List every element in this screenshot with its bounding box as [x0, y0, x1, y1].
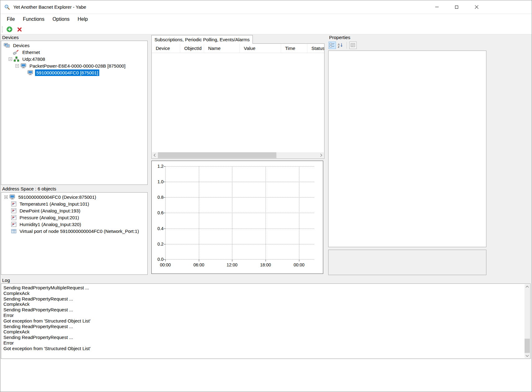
- chevron-up-icon: [526, 286, 529, 289]
- collapse-expander-icon[interactable]: [9, 57, 12, 61]
- log-lines: Sending ReadPropertyMultipleRequest ... …: [1, 284, 530, 351]
- minimize-button[interactable]: [427, 0, 447, 14]
- tree-node-network-port[interactable]: Virtual port of node 5910000000004FC0 (N…: [1, 228, 147, 234]
- close-icon: [475, 5, 479, 9]
- expand-expander-icon[interactable]: [4, 195, 8, 199]
- remove-device-button[interactable]: [16, 25, 24, 33]
- property-pages-button: [349, 42, 357, 49]
- tree-node-analog-input[interactable]: Pressure (Analog_Input:201): [1, 214, 147, 221]
- window-background: [1, 359, 531, 391]
- log-line: Sending ReadPropertyRequest ...: [3, 307, 530, 313]
- column-header-status[interactable]: Status: [307, 44, 324, 53]
- app-magnifier-icon: [4, 4, 10, 10]
- udp-network-icon: [14, 56, 19, 62]
- tab-subscriptions[interactable]: Subscriptions, Periodic Polling, Events/…: [151, 35, 253, 44]
- tree-node-packetpower-device[interactable]: PacketPower-E6E4-0000-0000-028B [875000]: [1, 62, 147, 69]
- maximize-icon: [455, 6, 458, 9]
- log-line: Error: [3, 340, 530, 346]
- scroll-right-arrow[interactable]: [318, 152, 324, 158]
- analog-input-icon: [11, 201, 16, 207]
- tree-node-label: PacketPower-E6E4-0000-0000-028B [875000]: [28, 63, 127, 69]
- minimize-icon: [435, 7, 439, 7]
- svg-text:Z: Z: [338, 45, 339, 48]
- alphabetical-sort-icon: A Z: [338, 43, 343, 48]
- device-monitor-icon: [20, 63, 26, 69]
- maximize-button[interactable]: [447, 0, 467, 14]
- address-space-label: Address Space : 6 objects: [2, 186, 56, 191]
- toolstrip-grip-icon: [2, 26, 3, 33]
- x-tick-label: 12:00: [225, 262, 239, 267]
- log-line: ComplexAck: [3, 301, 530, 307]
- devices-panel-label: Devices: [2, 35, 19, 40]
- tree-node-child-device[interactable]: 5910000000004FC0 [875001]: [1, 69, 147, 76]
- x-tick-label: 18:00: [259, 262, 272, 267]
- scrollbar-thumb[interactable]: [158, 152, 276, 158]
- x-tick-label: 00:00: [159, 262, 172, 267]
- log-line: Sending ReadPropertyRequest ...: [3, 296, 530, 302]
- column-header-device[interactable]: Device: [152, 44, 180, 53]
- menu-help[interactable]: Help: [74, 14, 92, 24]
- tree-node-label: Ethernet: [21, 49, 41, 56]
- device-monitor-icon: [9, 194, 15, 200]
- menu-functions[interactable]: Functions: [19, 14, 48, 24]
- x-tick-label: 06:00: [192, 262, 206, 267]
- scroll-left-arrow[interactable]: [152, 152, 158, 158]
- close-button[interactable]: [467, 0, 486, 14]
- log-textbox[interactable]: Sending ReadPropertyMultipleRequest ... …: [1, 283, 530, 359]
- analog-input-icon: [11, 208, 16, 213]
- tree-node-udp[interactable]: Udp:47808: [1, 56, 147, 62]
- tree-node-label: 5910000000004FC0 (Device:875001): [17, 194, 97, 200]
- alphabetical-sort-button[interactable]: A Z: [337, 42, 344, 49]
- application-window: Yet Another Bacnet Explorer - Yabe File …: [0, 0, 532, 392]
- menu-file[interactable]: File: [3, 14, 19, 24]
- green-plus-icon: [6, 26, 13, 33]
- log-line: ComplexAck: [3, 329, 530, 335]
- scroll-down-arrow[interactable]: [525, 353, 530, 358]
- horizontal-scrollbar[interactable]: [152, 152, 324, 158]
- x-tick-label: 00:00: [292, 262, 306, 267]
- device-monitor-icon: [27, 70, 33, 75]
- address-space-tree[interactable]: 5910000000004FC0 (Device:875001) Tempera…: [1, 192, 148, 275]
- chevron-down-icon: [526, 354, 529, 357]
- column-header-name[interactable]: Name: [204, 44, 240, 53]
- categorized-view-button[interactable]: [329, 42, 336, 49]
- tree-node-analog-input[interactable]: DewPoint (Analog_Input:193): [1, 207, 147, 214]
- chevron-left-icon: [154, 154, 157, 157]
- tree-node-analog-input[interactable]: Temperature1 (Analog_Input:101): [1, 200, 147, 207]
- tree-node-ethernet[interactable]: Ethernet: [1, 49, 147, 56]
- analog-input-icon: [11, 222, 16, 227]
- tree-node-devices-root[interactable]: Devices: [1, 42, 147, 49]
- log-line: Got exception from 'Structured Object Li…: [3, 346, 530, 351]
- chart-plot-area: [165, 166, 314, 260]
- window-controls: [427, 0, 486, 14]
- tree-node-label: Humidity1 (Analog_Input:320): [18, 221, 82, 228]
- devices-tree[interactable]: Devices Ethernet Udp: [1, 41, 148, 185]
- tree-node-device-object[interactable]: 5910000000004FC0 (Device:875001): [1, 194, 147, 200]
- log-line: Got exception from 'Structured Object Li…: [3, 318, 530, 324]
- add-device-button[interactable]: [5, 25, 13, 33]
- tool-strip: [0, 24, 532, 34]
- y-tick-label: 0.0: [152, 257, 163, 262]
- column-header-value[interactable]: Value: [240, 44, 281, 53]
- menu-options[interactable]: Options: [48, 14, 74, 24]
- ethernet-icon: [13, 50, 19, 55]
- y-tick-label: 1.2: [152, 164, 163, 169]
- trend-chart: 1.2 1.0 0.8 0.6 0.4 0.2 0.0 00:00 06:00 …: [151, 161, 323, 274]
- tree-node-label: DewPoint (Analog_Input:193): [18, 207, 82, 214]
- column-header-objectid[interactable]: ObjectId: [180, 44, 204, 53]
- y-tick-label: 1.0: [152, 179, 163, 184]
- scroll-up-arrow[interactable]: [525, 284, 530, 289]
- collapse-expander-icon[interactable]: [16, 64, 19, 68]
- column-header-time[interactable]: Time: [281, 44, 307, 53]
- log-line: Sending ReadPropertyMultipleRequest ...: [3, 285, 530, 291]
- tree-node-analog-input[interactable]: Humidity1 (Analog_Input:320): [1, 221, 147, 228]
- y-tick-label: 0.2: [152, 242, 163, 247]
- list-header: Device ObjectId Name Value Time Status: [152, 44, 324, 53]
- vertical-scrollbar[interactable]: [525, 284, 530, 358]
- scrollbar-thumb[interactable]: [525, 339, 530, 353]
- network-port-icon: [11, 229, 16, 234]
- title-bar: Yet Another Bacnet Explorer - Yabe: [0, 0, 532, 14]
- y-tick-label: 0.4: [152, 226, 163, 231]
- subscriptions-list: Device ObjectId Name Value Time Status: [151, 43, 324, 159]
- properties-grid: [328, 51, 486, 247]
